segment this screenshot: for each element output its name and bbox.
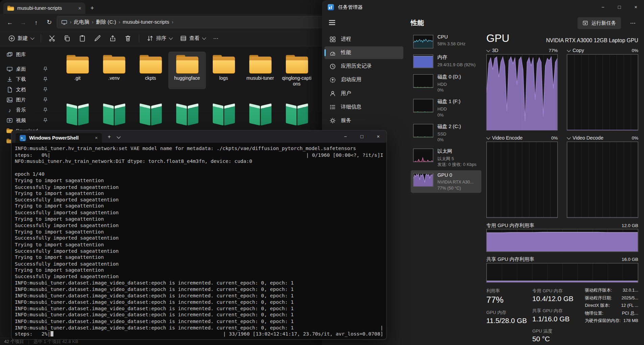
folder-tile-venv[interactable]: .venv (96, 52, 132, 89)
gpu-video-decode-chart (567, 142, 638, 218)
tm-window-title: 任务管理器 (338, 3, 363, 10)
metric-disk0[interactable]: 磁盘 0 (D:)HDD0% (411, 71, 481, 95)
gpu-driver-details: 驱动程序版本:32.0.1... 驱动程序日期:2025/5... Direct… (585, 288, 638, 345)
tm-nav-app-history[interactable]: 应用历史记录 (324, 60, 403, 73)
copy-button[interactable] (61, 33, 74, 44)
ps-tab[interactable]: >_ Windows PowerShell × (16, 133, 102, 143)
video-icon (6, 117, 13, 123)
sidebar-item-desktop[interactable]: 桌面 (2, 64, 52, 74)
crumb-this-pc[interactable]: 此电脑 (74, 19, 90, 26)
explorer-tab[interactable]: musubi-tuner-scripts × (3, 2, 86, 14)
dedicated-memory-chart (486, 229, 638, 252)
metric-cpu[interactable]: CPU58% 3.58 GHz (411, 32, 481, 51)
share-button[interactable] (106, 33, 119, 44)
ps-minimize-button[interactable]: − (337, 130, 354, 143)
tm-nav-performance[interactable]: 性能 (324, 46, 403, 59)
run-new-task-button[interactable]: 运行新任务 (577, 17, 621, 29)
ps-new-tab-button[interactable]: + (108, 133, 111, 140)
new-plus-icon (8, 35, 15, 42)
back-button[interactable]: ← (4, 17, 16, 28)
tm-more-button[interactable]: ⋯ (627, 18, 638, 28)
sidebar-item-videos[interactable]: 视频 (2, 115, 52, 125)
sort-icon (147, 35, 154, 42)
crumb-drive-c[interactable]: 删除 (C:) (96, 19, 116, 26)
model-file-tile[interactable] (96, 100, 132, 127)
shared-memory-chart (486, 263, 638, 282)
chevron-down-icon (567, 135, 571, 139)
hamburger-menu-button[interactable] (325, 17, 343, 29)
refresh-button[interactable]: ↻ (44, 17, 55, 28)
metric-disk1[interactable]: 磁盘 1 (F:)HDD0% (411, 96, 481, 120)
metric-memory[interactable]: 内存29.4/31.9 GB (92%) (411, 52, 481, 70)
tm-nav-processes[interactable]: 进程 (324, 33, 403, 46)
sidebar-item-documents[interactable]: 文档 (2, 84, 52, 95)
folder-icon (66, 55, 89, 74)
ps-close-button[interactable]: × (370, 130, 387, 143)
model-file-tile[interactable] (132, 100, 169, 127)
ps-tab-dropdown-button[interactable] (116, 133, 119, 140)
tm-title-bar: 任务管理器 − □ × (322, 0, 644, 14)
sidebar-item-pictures[interactable]: 图片 (2, 95, 52, 105)
metric-gpu0[interactable]: GPU 0NVIDIA RTX A30...77% (50 °C) (411, 170, 481, 193)
history-clock-icon (329, 63, 336, 69)
chevron-down-icon (30, 35, 34, 40)
tab-close-icon[interactable]: × (78, 5, 81, 11)
new-tab-button[interactable]: + (90, 4, 94, 11)
model-file-tile[interactable] (169, 100, 205, 127)
terminal-body[interactable]: INFO:musubi_tuner.hv_train_network:set V… (12, 143, 387, 340)
ps-tab-close-icon[interactable]: × (95, 135, 98, 141)
up-button[interactable]: ↑ (30, 17, 42, 28)
paste-button[interactable] (75, 33, 89, 44)
model-file-tile[interactable] (242, 100, 278, 127)
view-button[interactable]: 查看 (177, 33, 208, 44)
dedicated-memory-value: 10.4/12.0 GB (532, 295, 585, 303)
gpu-video-encode-chart (486, 142, 558, 218)
sidebar-item-gallery[interactable]: 图库 (2, 50, 52, 60)
gpu-panel-title: GPU (486, 33, 509, 44)
folder-tile-git[interactable]: .git (59, 52, 96, 89)
folder-tile-ckpts[interactable]: ckpts (132, 52, 169, 89)
this-pc-icon (61, 19, 67, 25)
ps-maximize-button[interactable]: □ (354, 130, 370, 143)
model-file-icon (285, 102, 308, 125)
view-icon (180, 35, 187, 42)
gpu-utilization-value: 77% (486, 295, 532, 305)
shared-memory-value: 1.1/16.0 GB (532, 315, 585, 323)
folder-icon (175, 55, 199, 74)
folder-tile-logs[interactable]: logs (205, 52, 242, 89)
sidebar-item-music[interactable]: ♪ 音乐 (2, 105, 52, 115)
tm-nav-startup-apps[interactable]: 启动应用 (324, 73, 403, 86)
folder-tile-qinglong-captions[interactable]: qinglong-captions (278, 52, 315, 89)
maximize-button[interactable]: □ (611, 0, 628, 14)
pin-icon (42, 66, 48, 72)
rename-button[interactable] (91, 33, 104, 44)
close-button[interactable]: × (627, 0, 644, 14)
model-file-tile[interactable] (59, 100, 96, 127)
sort-button[interactable]: 排序 (143, 33, 175, 44)
folder-tile-huggingface[interactable]: huggingface (169, 52, 205, 89)
toolbar-more-button[interactable]: ⋯ (210, 33, 222, 43)
breadcrumb[interactable]: › 此电脑 › 删除 (C:) › musubi-tuner-scripts › (57, 16, 324, 28)
cut-button[interactable] (45, 33, 59, 44)
cpu-mini-chart (413, 35, 434, 48)
model-file-tile[interactable] (278, 100, 315, 127)
cut-icon (48, 35, 55, 42)
rename-icon (94, 35, 101, 42)
metric-ethernet[interactable]: 以太网以太网 5发送: 0 接收: 0 Kbps (411, 146, 481, 169)
tm-nav-services[interactable]: 服务 (324, 114, 403, 127)
minimize-button[interactable]: − (595, 0, 611, 14)
sidebar-item-downloads[interactable]: 下载 (2, 74, 52, 84)
delete-button[interactable] (121, 33, 135, 44)
new-button[interactable]: 新建 (5, 33, 37, 44)
model-file-tile[interactable] (205, 100, 242, 127)
folder-tile-musubi-tuner[interactable]: musubi-tuner (242, 52, 278, 89)
folder-icon (102, 55, 126, 74)
powershell-window: >_ Windows PowerShell × + − □ × INFO:mus… (11, 130, 387, 340)
metric-disk2[interactable]: 磁盘 2 (C:)SSD0% (411, 121, 481, 145)
trash-icon (124, 35, 132, 42)
tm-nav-users[interactable]: 用户 (324, 87, 403, 100)
crumb-current-folder[interactable]: musubi-tuner-scripts (123, 19, 169, 25)
music-icon: ♪ (6, 107, 13, 113)
tm-nav-details[interactable]: 详细信息 (324, 101, 403, 114)
gpu-3d-chart (486, 54, 558, 130)
